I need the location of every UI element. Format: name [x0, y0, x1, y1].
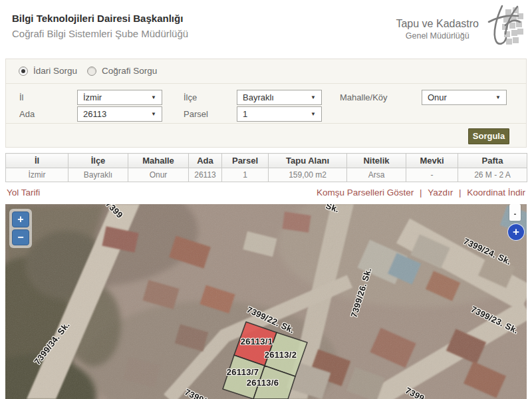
map-zoom-control: + − [9, 209, 32, 248]
dropdown-arrow-icon: ▼ [311, 94, 316, 100]
koordinat-indir-link[interactable]: Koordinat İndir [467, 188, 525, 198]
link-separator: | [416, 188, 426, 198]
komsu-parselleri-goster-link[interactable]: Komşu Parselleri Göster [317, 188, 414, 198]
satellite-imagery [5, 204, 527, 399]
query-form-panel: İdari Sorgu Coğrafi Sorgu İl İzmir ▼ İlç… [5, 59, 527, 148]
dropdown-arrow-icon: ▼ [151, 111, 156, 117]
col-mahalle: Mahalle [128, 154, 189, 168]
col-parsel: Parsel [222, 154, 269, 168]
link-separator: | [456, 188, 465, 198]
radio-selected-icon [19, 66, 28, 76]
parcel-label-26113-2: 26113/2 [265, 350, 297, 360]
header: Bilgi Teknolojileri Dairesi Başkanlığı C… [12, 13, 188, 39]
dropdown-arrow-icon: ▼ [151, 94, 156, 100]
parsel-select-value: 1 [243, 109, 311, 119]
radio-unselected-icon [87, 66, 96, 76]
query-mode-row: İdari Sorgu Coğrafi Sorgu [6, 59, 526, 84]
ada-select[interactable]: 26113 ▼ [77, 106, 162, 122]
cell-mahalle: Onur [128, 168, 189, 182]
right-links: Komşu Parselleri Göster | Yazdır | Koord… [317, 188, 525, 198]
col-mevki: Mevki [406, 154, 458, 168]
zoom-in-button[interactable]: + [12, 211, 29, 227]
mahalle-koy-select-value: Onur [428, 92, 495, 102]
radio-cografi-sorgu[interactable]: Coğrafi Sorgu [87, 66, 157, 76]
org-name: Tapu ve Kadastro [396, 18, 479, 30]
radio-cografi-sorgu-label: Coğrafi Sorgu [102, 66, 157, 76]
layer-panel-collapsed[interactable]: - [509, 204, 521, 221]
cell-pafta: 26 M - 2 A [458, 168, 527, 182]
cell-ada: 26113 [189, 168, 222, 182]
ada-label: Ada [19, 109, 35, 119]
zoom-out-button[interactable]: − [12, 229, 29, 245]
mahalle-koy-label: Mahalle/Köy [340, 92, 388, 102]
col-ilce: İlçe [68, 154, 128, 168]
il-select[interactable]: İzmir ▼ [77, 90, 162, 105]
panel-collapse-button[interactable]: - [509, 211, 521, 217]
col-ada: Ada [189, 154, 222, 168]
cell-nitelik: Arsa [347, 168, 406, 182]
sorgula-button[interactable]: Sorgula [468, 128, 509, 144]
dropdown-arrow-icon: ▼ [311, 111, 316, 117]
cell-ilce: Bayraklı [68, 168, 128, 182]
page-title: Bilgi Teknolojileri Dairesi Başkanlığı [12, 13, 188, 24]
mahalle-koy-select[interactable]: Onur ▼ [422, 90, 507, 105]
dropdown-arrow-icon: ▼ [495, 94, 501, 100]
cell-il: İzmir [6, 168, 68, 182]
page-subtitle: Coğrafi Bilgi Sistemleri Şube Müdürlüğü [12, 28, 188, 39]
col-tapu-alani: Tapu Alanı [269, 154, 347, 168]
layer-panel-expand-button[interactable]: + [507, 223, 525, 241]
tkgm-logo-icon [481, 4, 524, 48]
parcel-label-26113-7: 26113/7 [227, 367, 259, 377]
il-label: İl [19, 92, 24, 102]
parsel-select[interactable]: 1 ▼ [237, 106, 322, 122]
col-nitelik: Nitelik [347, 154, 406, 168]
table-header-row: İl İlçe Mahalle Ada Parsel Tapu Alanı Ni… [6, 154, 527, 168]
org-title-block: Tapu ve Kadastro Genel Müdürlüğü [396, 18, 479, 41]
cell-mevki: - [406, 168, 458, 182]
col-pafta: Pafta [458, 154, 527, 168]
il-select-value: İzmir [83, 92, 151, 102]
ilce-label: İlçe [184, 92, 197, 102]
col-il: İl [6, 154, 68, 168]
form-divider [6, 123, 526, 124]
cell-tapu-alani: 159,00 m2 [269, 168, 347, 182]
radio-idari-sorgu[interactable]: İdari Sorgu [19, 66, 77, 76]
cell-parsel: 1 [222, 168, 269, 182]
ilce-select-value: Bayraklı [243, 92, 311, 102]
action-links-row: Yol Tarifi Komşu Parselleri Göster | Yaz… [5, 188, 527, 201]
org-subname: Genel Müdürlüğü [396, 31, 479, 41]
yazdir-link[interactable]: Yazdır [428, 188, 453, 198]
parcel-label-26113-1: 26113/1 [241, 336, 273, 346]
map-viewport[interactable]: 26113/1 26113/2 26113/7 26113/6 7399/22.… [5, 204, 527, 399]
yol-tarifi-link[interactable]: Yol Tarifi [7, 188, 40, 198]
radio-idari-sorgu-label: İdari Sorgu [33, 66, 77, 76]
ilce-select[interactable]: Bayraklı ▼ [237, 90, 322, 105]
ada-select-value: 26113 [83, 109, 151, 119]
table-row: İzmir Bayraklı Onur 26113 1 159,00 m2 Ar… [6, 168, 527, 182]
results-table: İl İlçe Mahalle Ada Parsel Tapu Alanı Ni… [5, 153, 527, 182]
parcel-label-26113-6: 26113/6 [247, 378, 279, 388]
parsel-label: Parsel [184, 109, 208, 119]
